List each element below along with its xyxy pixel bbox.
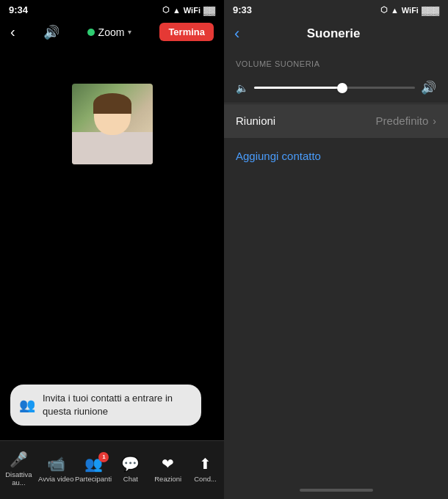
right-header: ‹ Suonerie <box>224 18 448 51</box>
video-label: Avvia video <box>38 475 73 483</box>
toolbar-item-chat[interactable]: 💬 Chat <box>112 455 149 483</box>
toolbar-item-share[interactable]: ⬆ Cond... <box>187 455 224 483</box>
chat-icon: 💬 <box>121 455 140 473</box>
add-contact-link[interactable]: Aggiungi contatto <box>224 138 448 174</box>
toolbar-item-reactions[interactable]: ❤ Reazioni <box>149 455 187 483</box>
right-title: Suonerie <box>247 26 420 41</box>
menu-row-right: Predefinito › <box>376 114 436 127</box>
toolbar-item-audio[interactable]: 🎤 Disattiva au... <box>0 451 37 487</box>
chat-label: Chat <box>123 475 138 483</box>
signal-icon: ▲ <box>173 6 181 15</box>
reactions-label: Reazioni <box>154 475 181 483</box>
audio-icon: 🔊 <box>43 24 59 40</box>
reactions-icon: ❤ <box>162 455 174 473</box>
invite-icon: 👥 <box>19 397 35 413</box>
wifi-icon-right: WiFi <box>402 6 419 15</box>
toolbar-item-video[interactable]: 📹 Avvia video <box>37 455 75 483</box>
status-icons-left: ⬡ ▲ WiFi ▓▓ <box>162 5 215 15</box>
battery-icon-right: ▓▓▓ <box>422 6 439 15</box>
person-hair <box>93 93 131 114</box>
signal-icon-right: ▲ <box>391 6 399 15</box>
back-button-left[interactable]: ‹ <box>10 23 15 40</box>
zoom-status-dot <box>87 29 95 36</box>
home-indicator <box>300 489 373 492</box>
participants-badge: 1 <box>98 452 109 462</box>
left-panel: 9:34 ⬡ ▲ WiFi ▓▓ ‹ 🔊 Zoom ▾ Termina 👥 In… <box>0 0 224 499</box>
audio-label: Disattiva au... <box>0 470 37 487</box>
riunioni-label: Riunioni <box>236 114 275 127</box>
right-content: VOLUME SUONERIA 🔈 🔊 Riunioni Predefinito… <box>224 51 448 484</box>
bottom-indicator <box>224 484 448 499</box>
bluetooth-icon: ⬡ <box>162 5 170 15</box>
invite-bubble[interactable]: 👥 Invita i tuoi contatti a entrare in qu… <box>10 385 201 426</box>
zoom-label: Zoom ▾ <box>87 26 132 38</box>
toolbar-item-participants[interactable]: 👥 1 Partecipanti <box>75 455 112 483</box>
share-label: Cond... <box>194 475 217 483</box>
chevron-right-icon: › <box>433 115 436 127</box>
back-button-right[interactable]: ‹ <box>234 24 239 43</box>
time-left: 9:34 <box>9 4 28 15</box>
volume-row: 🔈 🔊 <box>224 73 448 103</box>
volume-section-label: VOLUME SUONERIA <box>224 51 448 73</box>
divider-1 <box>224 103 448 103</box>
status-bar-left: 9:34 ⬡ ▲ WiFi ▓▓ <box>0 0 224 18</box>
volume-slider[interactable] <box>254 87 415 89</box>
termina-button[interactable]: Termina <box>159 23 214 41</box>
zoom-chevron-icon: ▾ <box>128 28 131 36</box>
zoom-text: Zoom <box>98 26 125 38</box>
volume-fill <box>254 87 342 89</box>
status-icons-right: ⬡ ▲ WiFi ▓▓▓ <box>380 5 439 15</box>
video-icon: 📹 <box>47 455 65 473</box>
status-bar-right: 9:33 ⬡ ▲ WiFi ▓▓▓ <box>224 0 448 18</box>
battery-icon: ▓▓ <box>203 6 215 15</box>
top-bar-left: ‹ 🔊 Zoom ▾ Termina <box>0 18 224 47</box>
volume-low-icon: 🔈 <box>236 82 248 94</box>
share-icon: ⬆ <box>199 455 212 473</box>
bottom-toolbar: 🎤 Disattiva au... 📹 Avvia video 👥 1 Part… <box>0 440 224 499</box>
riunioni-value: Predefinito <box>376 114 429 127</box>
invite-text: Invita i tuoi contatti a entrare in ques… <box>43 392 189 418</box>
bt-icon-right: ⬡ <box>380 5 388 15</box>
time-right: 9:33 <box>233 4 252 15</box>
menu-row-riunioni[interactable]: Riunioni Predefinito › <box>224 104 448 137</box>
person-photo <box>72 84 153 164</box>
slider-thumb <box>337 83 347 93</box>
video-area: 👥 Invita i tuoi contatti a entrare in qu… <box>0 47 224 440</box>
wifi-icon: WiFi <box>184 6 200 15</box>
participants-label: Partecipanti <box>75 475 112 483</box>
volume-high-icon: 🔊 <box>421 80 436 95</box>
mic-icon: 🎤 <box>10 451 28 468</box>
right-panel: 9:33 ⬡ ▲ WiFi ▓▓▓ ‹ Suonerie VOLUME SUON… <box>224 0 448 499</box>
